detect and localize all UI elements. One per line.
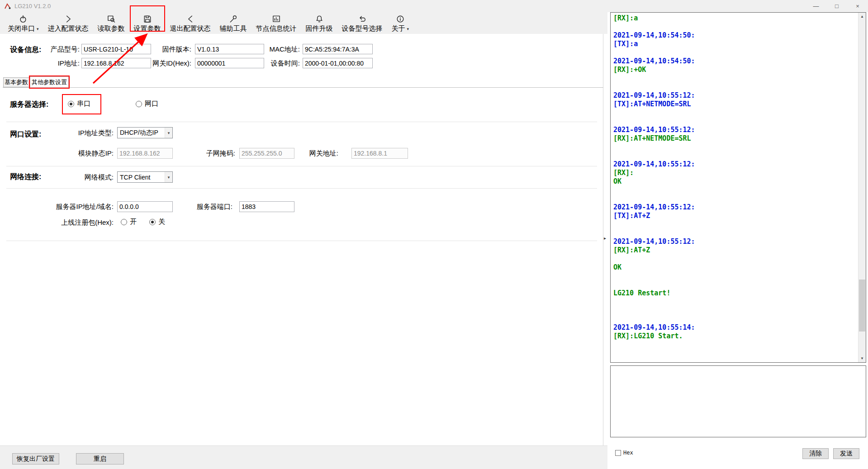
gateway-addr-input xyxy=(351,148,408,159)
log-line xyxy=(613,109,858,117)
radio-circle-icon xyxy=(136,101,142,107)
log-line xyxy=(613,152,858,160)
log-output[interactable]: [RX]:a 2021-09-14,10:54:50:[TX]:a 2021-0… xyxy=(611,13,858,362)
divider xyxy=(6,166,597,166)
log-scrollbar[interactable]: ▲ ▼ xyxy=(858,13,866,362)
device-model-icon xyxy=(358,14,367,24)
tools-icon xyxy=(229,14,238,24)
log-line: [RX]:AT+NETMODE=SRL xyxy=(613,134,858,143)
app-icon xyxy=(4,3,11,10)
tab-other-params[interactable]: 其他参数设置 xyxy=(30,76,69,87)
minimize-button[interactable]: — xyxy=(806,0,826,12)
hex-checkbox-row: Hex xyxy=(615,450,633,456)
maximize-button[interactable]: □ xyxy=(826,0,847,12)
log-line: 2021-09-14,10:55:12: xyxy=(613,203,858,212)
device-time-input[interactable] xyxy=(303,58,373,68)
send-button[interactable]: 发送 xyxy=(833,448,859,459)
log-line: [TX]:a xyxy=(613,40,858,48)
toolbar-button-enter-config[interactable]: 进入配置状态 xyxy=(44,13,93,34)
radio-circle-icon xyxy=(68,101,74,107)
ip-address-label: IP地址: xyxy=(30,58,80,68)
log-line xyxy=(613,315,858,323)
log-line xyxy=(613,306,858,315)
radio-reg-on[interactable]: 开 xyxy=(121,218,137,226)
hex-checkbox[interactable] xyxy=(615,450,621,456)
log-line: [RX]:AT+Z xyxy=(613,246,858,255)
scroll-up-icon[interactable]: ▲ xyxy=(859,13,866,20)
product-model-input[interactable] xyxy=(81,44,151,54)
toolbar-button-label: 节点信息统计 xyxy=(256,24,297,33)
log-line xyxy=(613,48,858,57)
radio-reg-off[interactable]: 关 xyxy=(149,218,165,226)
log-line: OK xyxy=(613,177,858,186)
tab-basic-params[interactable]: 基本参数 xyxy=(3,77,29,87)
toolbar-button-read-params[interactable]: 读取参数 xyxy=(94,13,129,34)
toolbar-button-close-serial[interactable]: 关闭串口▾ xyxy=(4,13,43,34)
divider xyxy=(6,241,597,241)
radio-serial-label: 串口 xyxy=(77,99,90,108)
ip-type-select[interactable]: DHCP/动态IP ▾ xyxy=(117,127,173,138)
ip-address-input[interactable] xyxy=(81,58,151,68)
chevron-down-icon: ▾ xyxy=(165,172,172,182)
toolbar-button-device-model[interactable]: 设备型号选择 xyxy=(338,13,387,34)
clear-button[interactable]: 清除 xyxy=(802,448,829,459)
server-port-label: 服务器端口: xyxy=(183,201,232,212)
radio-network[interactable]: 网口 xyxy=(136,99,158,108)
server-port-input[interactable] xyxy=(239,201,294,212)
log-line xyxy=(613,280,858,289)
serial-port-icon xyxy=(19,14,28,24)
save-params-icon xyxy=(143,14,152,24)
toolbar-button-set-params[interactable]: 设置参数 xyxy=(130,13,165,34)
toolbar-button-about[interactable]: 关于▾ xyxy=(388,13,413,34)
log-line xyxy=(613,298,858,306)
toolbar-button-label: 关闭串口 xyxy=(8,24,35,33)
restart-button[interactable]: 重启 xyxy=(76,453,124,464)
toolbar-button-node-stats[interactable]: 节点信息统计 xyxy=(252,13,301,34)
toolbar-button-label: 退出配置状态 xyxy=(170,24,211,33)
chevron-down-icon[interactable]: ▾ xyxy=(407,27,409,31)
log-panel: [RX]:a 2021-09-14,10:54:50:[TX]:a 2021-0… xyxy=(610,12,866,363)
tab-other-params-label: 其他参数设置 xyxy=(32,78,67,86)
firmware-version-label: 固件版本: xyxy=(142,44,191,54)
log-line: 2021-09-14,10:55:12: xyxy=(613,160,858,169)
toolbar-button-exit-config[interactable]: 退出配置状态 xyxy=(166,13,215,34)
radio-serial[interactable]: 串口 xyxy=(68,99,90,108)
toolbar-button-aux-tools[interactable]: 辅助工具 xyxy=(216,13,251,34)
mac-address-input[interactable] xyxy=(303,44,373,54)
server-ip-input[interactable] xyxy=(117,201,173,212)
log-line: 2021-09-14,10:55:12: xyxy=(613,91,858,100)
log-line: [TX]:AT+NETMODE=SRL xyxy=(613,100,858,109)
log-line: 2021-09-14,10:55:12: xyxy=(613,126,858,134)
log-line: LG210 Restart! xyxy=(613,289,858,298)
gateway-addr-label: 网关地址: xyxy=(289,148,338,159)
radio-circle-icon xyxy=(121,219,127,225)
config-panel: 设备信息: 产品型号: 固件版本: MAC地址: IP地址: 网关ID(Hex)… xyxy=(3,34,603,445)
scroll-down-icon[interactable]: ▼ xyxy=(859,355,866,362)
device-time-label: 设备时间: xyxy=(250,58,300,68)
toolbar-button-firmware-upgrade[interactable]: 固件升级 xyxy=(302,13,337,34)
product-model-label: 产品型号: xyxy=(30,44,80,54)
footer-strip: 恢复出厂设置 重启 xyxy=(0,445,607,469)
send-input[interactable] xyxy=(610,365,866,437)
close-button[interactable]: × xyxy=(847,0,868,12)
log-line: [RX]:a xyxy=(613,14,858,23)
scrollbar-thumb[interactable] xyxy=(859,280,865,332)
net-port-section-label: 网口设置: xyxy=(10,130,41,139)
net-mode-select[interactable]: TCP Client ▾ xyxy=(117,171,173,183)
log-line: [RX]:+OK xyxy=(613,66,858,74)
log-line xyxy=(613,143,858,152)
toolbar-button-label: 设备型号选择 xyxy=(342,24,383,33)
log-line xyxy=(613,229,858,237)
factory-reset-button[interactable]: 恢复出厂设置 xyxy=(12,453,59,464)
log-line xyxy=(613,83,858,91)
server-select-section-label: 服务器选择: xyxy=(10,100,48,109)
chevron-down-icon[interactable]: ▾ xyxy=(37,27,39,31)
toolbar-button-label: 固件升级 xyxy=(306,24,333,33)
log-line xyxy=(613,194,858,203)
firmware-upgrade-icon xyxy=(315,14,324,24)
toolbar-button-label: 辅助工具 xyxy=(220,24,247,33)
net-mode-value: TCP Client xyxy=(120,174,150,181)
static-ip-label: 模块静态IP: xyxy=(64,148,114,159)
log-line xyxy=(613,23,858,31)
ip-type-label: IP地址类型: xyxy=(64,127,114,138)
